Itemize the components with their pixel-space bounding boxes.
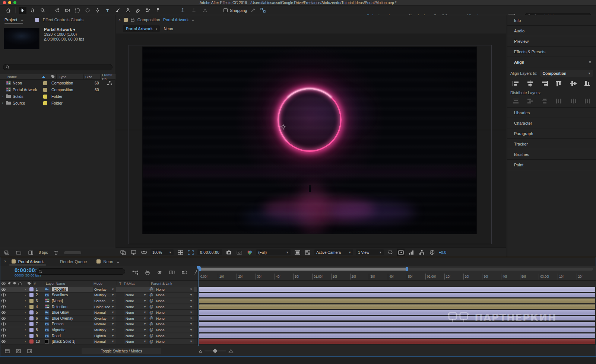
shape-tool-icon[interactable] xyxy=(84,7,91,14)
world-axis-mode-icon[interactable] xyxy=(190,7,197,14)
layer-visibility-toggle[interactable] xyxy=(0,340,7,343)
layer-visibility-toggle[interactable] xyxy=(0,328,7,332)
layer-parent-dropdown[interactable]: None▼ xyxy=(155,316,194,321)
view-layout-icon[interactable] xyxy=(140,249,148,256)
rotate-tool-icon[interactable] xyxy=(54,7,61,14)
parent-pickwhip-icon[interactable]: @ xyxy=(149,328,153,332)
parent-pickwhip-icon[interactable]: @ xyxy=(149,311,153,314)
local-axis-mode-icon[interactable] xyxy=(179,7,186,14)
take-snapshot-icon[interactable] xyxy=(225,249,232,256)
layer-visibility-toggle[interactable] xyxy=(0,317,7,320)
minimize-window-icon[interactable] xyxy=(8,1,11,4)
project-item-row[interactable]: › Source Folder xyxy=(0,100,115,106)
snap-3d-icon[interactable] xyxy=(259,7,267,14)
comp-mini-flowchart-icon[interactable] xyxy=(131,269,139,276)
layer-expander-icon[interactable]: › xyxy=(23,316,28,320)
snapping-checkbox[interactable] xyxy=(224,8,228,12)
timeline-panel-menu-icon[interactable]: ≡ xyxy=(117,259,119,264)
layer-mode-dropdown[interactable]: Overlay▼ xyxy=(93,316,117,321)
layer-mode-dropdown[interactable]: Screen▼ xyxy=(93,298,117,303)
layer-trkmat-dropdown[interactable]: None▼ xyxy=(124,333,149,338)
project-columns-header[interactable]: Name Type Size Frame Ra.. xyxy=(0,74,115,80)
window-controls[interactable] xyxy=(3,1,16,4)
panel-header[interactable]: Preview xyxy=(507,36,596,47)
item-name[interactable]: Neon xyxy=(13,81,42,85)
layer-name[interactable]: [Black Solid 1] xyxy=(51,339,93,344)
align-left-icon[interactable] xyxy=(512,80,520,87)
parent-pickwhip-icon[interactable]: @ xyxy=(149,293,153,297)
new-composition-icon[interactable] xyxy=(27,249,34,256)
layer-expander-icon[interactable]: › xyxy=(23,328,28,332)
close-panel-icon[interactable]: × xyxy=(118,18,121,22)
layer-label-swatch[interactable] xyxy=(28,293,35,297)
layer-trkmat-dropdown[interactable]: None▼ xyxy=(124,339,149,344)
layer-mode-dropdown[interactable]: Overlay▼ xyxy=(93,287,117,292)
layer-row[interactable]: › 2 Ps Scanlines Multiply▼ None▼ @ None▼ xyxy=(0,293,197,298)
timeline-zoom-slider[interactable] xyxy=(205,351,226,351)
timeline-tab[interactable]: Neon xyxy=(94,257,115,266)
layer-expander-icon[interactable]: › xyxy=(23,334,28,338)
project-search-input[interactable] xyxy=(12,65,95,70)
layer-label-swatch[interactable] xyxy=(28,305,35,309)
close-panel-icon[interactable]: × xyxy=(4,259,6,264)
anchor-point-crosshair[interactable] xyxy=(280,124,286,130)
layer-mode-dropdown[interactable]: Multiply▼ xyxy=(93,328,117,332)
exposure-reset-icon[interactable] xyxy=(428,249,436,256)
main-viewer-icon[interactable] xyxy=(130,249,137,256)
zoom-tool-icon[interactable] xyxy=(39,7,47,14)
viewer-timecode[interactable]: 0:00:00:00 xyxy=(197,249,222,255)
layer-trkmat-dropdown[interactable]: None▼ xyxy=(124,293,149,297)
zoom-slider-handle[interactable] xyxy=(213,348,218,353)
layer-label-swatch[interactable] xyxy=(28,310,35,314)
timeline-search-input[interactable] xyxy=(44,269,112,274)
selected-comp-name[interactable]: Portal Artwork ▾ xyxy=(44,27,84,32)
column-name[interactable]: Name xyxy=(0,75,42,79)
layer-visibility-toggle[interactable] xyxy=(0,322,7,326)
view-layout-dropdown[interactable]: 1 View▼ xyxy=(356,249,384,255)
layer-row[interactable]: › 5 Ps Blue Glow Normal▼ None▼ @ None▼ xyxy=(0,310,197,316)
tab-effect-controls[interactable]: Effect Controls Clouds xyxy=(43,17,83,22)
pen-tool-icon[interactable] xyxy=(94,7,101,14)
item-label-swatch[interactable] xyxy=(42,95,51,99)
parent-pickwhip-icon[interactable]: @ xyxy=(149,299,153,303)
layer-mode-dropdown[interactable]: Color Doc▼ xyxy=(93,304,117,309)
parent-pickwhip-icon[interactable]: @ xyxy=(149,322,153,326)
project-item-row[interactable]: › Neon Composition 60 xyxy=(0,80,115,86)
trash-icon[interactable] xyxy=(52,249,60,256)
layer-row[interactable]: › 3 Ps [Neon] Screen▼ None▼ @ None▼ xyxy=(0,298,197,304)
pixel-aspect-correction-icon[interactable] xyxy=(387,249,394,256)
panel-header[interactable]: Character xyxy=(507,118,596,128)
parent-pickwhip-icon[interactable]: @ xyxy=(149,305,153,309)
layer-trkmat-dropdown[interactable]: None▼ xyxy=(124,316,149,321)
align-vertical-center-icon[interactable] xyxy=(569,80,577,87)
panel-header[interactable]: Effects & Presets xyxy=(507,47,596,57)
layer-name[interactable]: Vignette xyxy=(51,328,93,332)
layer-parent-dropdown[interactable]: None▼ xyxy=(155,333,194,338)
camera-dropdown[interactable]: Active Camera▼ xyxy=(314,249,353,255)
timeline-button-icon[interactable] xyxy=(408,249,415,256)
zoom-out-mountain-icon[interactable] xyxy=(199,349,202,353)
show-channels-icon[interactable] xyxy=(246,249,253,256)
panel-header[interactable]: Info xyxy=(507,15,596,26)
brush-tool-icon[interactable] xyxy=(114,7,121,14)
layer-label-swatch[interactable] xyxy=(28,316,35,320)
layer-mode-dropdown[interactable]: Normal▼ xyxy=(93,322,117,326)
align-layers-to-dropdown[interactable]: Composition▼ xyxy=(540,70,593,77)
layer-expander-icon[interactable]: › xyxy=(23,311,28,314)
layer-visibility-toggle[interactable] xyxy=(0,305,7,309)
motion-blur-icon[interactable] xyxy=(181,269,188,276)
project-item-row[interactable]: › Portal Artwork Composition 60 xyxy=(0,86,115,93)
comp-tab-prefix[interactable]: Composition xyxy=(137,17,160,22)
breadcrumb-parent[interactable]: Neon xyxy=(164,26,173,31)
layer-expander-icon[interactable]: › xyxy=(23,287,28,291)
panel-header[interactable]: Tracker xyxy=(507,139,596,149)
layer-visibility-toggle[interactable] xyxy=(0,311,7,314)
view-axis-mode-icon[interactable] xyxy=(201,7,209,14)
layer-trkmat-dropdown[interactable]: None▼ xyxy=(124,328,149,332)
snap-along-edges-icon[interactable] xyxy=(250,7,257,14)
layer-trkmat-dropdown[interactable]: None▼ xyxy=(124,298,149,303)
pan-behind-tool-icon[interactable] xyxy=(74,7,81,14)
panel-header-align[interactable]: Align ≡ xyxy=(507,57,596,67)
item-name[interactable]: Portal Artwork xyxy=(13,87,42,92)
layer-label-swatch[interactable] xyxy=(28,287,35,291)
